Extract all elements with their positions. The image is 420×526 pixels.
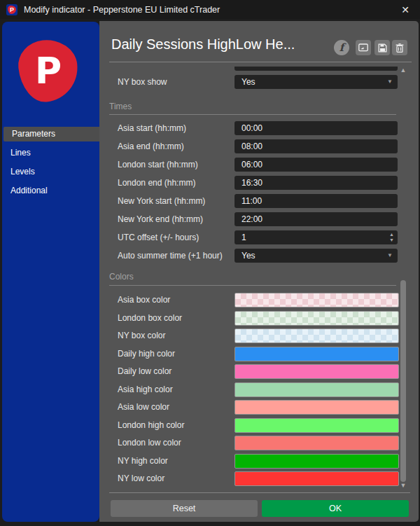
- chevron-down-icon[interactable]: ▼: [387, 249, 393, 263]
- indicator-title: Daily Sessions HighLow He...: [111, 36, 328, 53]
- scroll-down-icon[interactable]: ▼: [399, 482, 407, 489]
- field-label: NY high color: [118, 456, 168, 466]
- field-label: London end (hh:mm): [118, 178, 195, 188]
- text-input[interactable]: 16:30: [234, 176, 398, 190]
- color-swatch[interactable]: [234, 347, 399, 361]
- field-value: 08:00: [241, 139, 262, 153]
- field-label: Asia low color: [118, 402, 169, 412]
- field-value: Yes: [241, 249, 255, 263]
- section-divider: [109, 285, 396, 286]
- sidebar-item-label: Levels: [10, 167, 35, 177]
- field-value: 1: [241, 230, 246, 244]
- sidebar-item-parameters[interactable]: Parameters: [4, 127, 99, 141]
- pepperstone-logo: P: [19, 40, 78, 102]
- sidebar-item-levels[interactable]: Levels: [2, 165, 99, 179]
- field-value: 11:00: [241, 194, 262, 208]
- ok-button[interactable]: OK: [262, 500, 409, 517]
- section-divider: [109, 114, 396, 115]
- reset-button[interactable]: Reset: [111, 500, 258, 517]
- field-label: New York start (hh:mm): [118, 196, 205, 206]
- sidebar-item-label: Lines: [10, 148, 31, 158]
- stepper-up-icon[interactable]: ▲: [389, 232, 394, 237]
- app-icon-letter: P: [6, 5, 18, 15]
- scroll-up-icon[interactable]: ▲: [399, 67, 407, 74]
- stepper-input[interactable]: 1▲▼: [234, 230, 398, 244]
- color-swatch[interactable]: [234, 436, 399, 450]
- field-label: London box color: [118, 313, 182, 323]
- text-input[interactable]: 11:00: [234, 194, 398, 208]
- field-label: UTC offset (+/- hours): [118, 233, 199, 242]
- field-value: 00:00: [241, 121, 262, 135]
- color-swatch[interactable]: [234, 400, 399, 415]
- field-value: 16:30: [241, 176, 262, 190]
- field-label: Asia start (hh:mm): [118, 123, 186, 133]
- sidebar-item-lines[interactable]: Lines: [2, 146, 99, 160]
- clipped-field-remnant: [234, 67, 398, 71]
- color-swatch[interactable]: [234, 471, 399, 486]
- section-title-times: Times: [109, 102, 132, 111]
- window-title: Modify indicator - Pepperstone EU Limite…: [24, 5, 395, 15]
- field-value: 06:00: [241, 158, 262, 172]
- field-label: London start (hh:mm): [118, 160, 198, 169]
- section-title-colors: Colors: [109, 272, 134, 282]
- trash-icon[interactable]: [392, 40, 407, 55]
- indicator-settings-panel: Daily Sessions HighLow He... f NY box sh…: [99, 21, 419, 522]
- close-icon[interactable]: ✕: [395, 4, 416, 15]
- field-label: New York end (hh:mm): [118, 214, 203, 224]
- fx-icon[interactable]: f: [334, 40, 349, 55]
- chevron-down-icon[interactable]: ▼: [387, 75, 393, 89]
- color-swatch[interactable]: [234, 382, 399, 397]
- field-label: Auto summer time (+1 hour): [118, 251, 223, 261]
- color-swatch[interactable]: [234, 311, 399, 326]
- sidebar-menu: ParametersLinesLevelsAdditional: [2, 127, 99, 202]
- save-icon[interactable]: [374, 40, 390, 55]
- field-label: Asia high color: [118, 385, 173, 394]
- footer-divider: [109, 492, 410, 493]
- color-swatch[interactable]: [234, 454, 399, 469]
- text-input[interactable]: 06:00: [234, 158, 398, 172]
- dropdown[interactable]: Yes▼: [234, 75, 398, 89]
- logo-letter: P: [19, 40, 78, 102]
- dropdown[interactable]: Yes▼: [234, 249, 398, 263]
- field-label: London high color: [118, 420, 184, 430]
- text-input[interactable]: 08:00: [234, 139, 398, 153]
- field-label: Daily low color: [118, 366, 172, 376]
- color-swatch[interactable]: [234, 293, 399, 307]
- scrollbar-thumb[interactable]: [400, 280, 406, 482]
- field-label: NY low color: [118, 473, 164, 483]
- stepper-arrows: ▲▼: [389, 232, 394, 243]
- field-label: Daily high color: [118, 349, 175, 359]
- sidebar-item-label: Additional: [10, 186, 48, 195]
- chart-icon[interactable]: [356, 40, 371, 55]
- color-swatch[interactable]: [234, 328, 399, 343]
- header-divider: [109, 62, 412, 62]
- color-swatch[interactable]: [234, 364, 399, 379]
- title-bar: P Modify indicator - Pepperstone EU Limi…: [0, 0, 420, 19]
- sidebar: P ParametersLinesLevelsAdditional: [2, 22, 99, 522]
- field-label: NY box show: [118, 77, 167, 87]
- field-label: Asia end (hh:mm): [118, 141, 184, 151]
- sidebar-item-additional[interactable]: Additional: [2, 184, 99, 198]
- field-value: Yes: [241, 75, 255, 89]
- sidebar-item-label: Parameters: [12, 129, 55, 139]
- text-input[interactable]: 00:00: [234, 121, 398, 135]
- app-icon: P: [6, 4, 18, 15]
- text-input[interactable]: 22:00: [234, 212, 398, 226]
- field-label: NY box color: [118, 331, 165, 340]
- stepper-down-icon[interactable]: ▼: [389, 237, 394, 243]
- color-swatch[interactable]: [234, 418, 399, 433]
- field-value: 22:00: [241, 212, 262, 226]
- field-label: London low color: [118, 438, 181, 448]
- field-label: Asia box color: [118, 295, 170, 305]
